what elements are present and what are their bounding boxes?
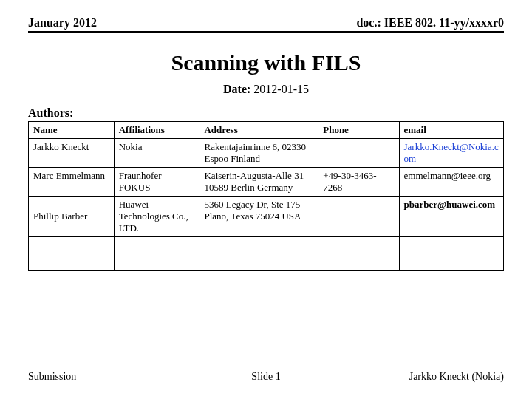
cell-email: emmelmann@ieee.org <box>399 168 503 197</box>
cell-address: Kaiserin-Augusta-Alle 31 10589 Berlin Ge… <box>200 168 318 197</box>
cell-email: Jarkko.Kneckt@Nokia.com <box>399 139 503 168</box>
cell-address: Rakentajainrinne 6, 02330 Espoo Finland <box>200 139 318 168</box>
authors-heading: Authors: <box>28 106 504 120</box>
cell-affiliations: Nokia <box>114 139 200 168</box>
table-row: Marc Emmelmann Fraunhofer FOKUS Kaiserin… <box>29 168 504 197</box>
col-address: Address <box>200 122 318 139</box>
cell-affiliations: Fraunhofer FOKUS <box>114 168 200 197</box>
cell-name: Marc Emmelmann <box>29 168 115 197</box>
col-affiliations: Affiliations <box>114 122 200 139</box>
authors-table: Name Affiliations Address Phone email Ja… <box>28 121 504 271</box>
header-date: January 2012 <box>28 16 97 30</box>
cell-address: 5360 Legacy Dr, Ste 175 Plano, Texas 750… <box>200 197 318 237</box>
date-value: 2012-01-15 <box>253 83 309 95</box>
header-doc-id: doc.: IEEE 802. 11-yy/xxxxr0 <box>356 16 504 30</box>
table-row: Phillip Barber Huawei Technologies Co., … <box>29 197 504 237</box>
date-label: Date: <box>223 83 250 95</box>
table-row <box>29 237 504 271</box>
page-title: Scanning with FILS <box>28 50 504 75</box>
footer: Submission Slide 1 Jarkko Kneckt (Nokia) <box>28 369 504 383</box>
table-header-row: Name Affiliations Address Phone email <box>29 122 504 139</box>
cell-phone: +49-30-3463-7268 <box>318 168 399 197</box>
footer-left: Submission <box>28 371 76 383</box>
col-phone: Phone <box>318 122 399 139</box>
cell-name: Jarkko Kneckt <box>29 139 115 168</box>
table-row: Jarkko Kneckt Nokia Rakentajainrinne 6, … <box>29 139 504 168</box>
footer-right: Jarkko Kneckt (Nokia) <box>409 371 504 383</box>
email-link[interactable]: Jarkko.Kneckt@Nokia.com <box>404 141 499 164</box>
cell-affiliations: Huawei Technologies Co., LTD. <box>114 197 200 237</box>
cell-name: Phillip Barber <box>29 197 115 237</box>
col-email: email <box>399 122 503 139</box>
cell-phone <box>318 197 399 237</box>
date-line: Date: 2012-01-15 <box>28 83 504 96</box>
cell-email: pbarber@huawei.com <box>399 197 503 237</box>
cell-phone <box>318 139 399 168</box>
col-name: Name <box>29 122 115 139</box>
